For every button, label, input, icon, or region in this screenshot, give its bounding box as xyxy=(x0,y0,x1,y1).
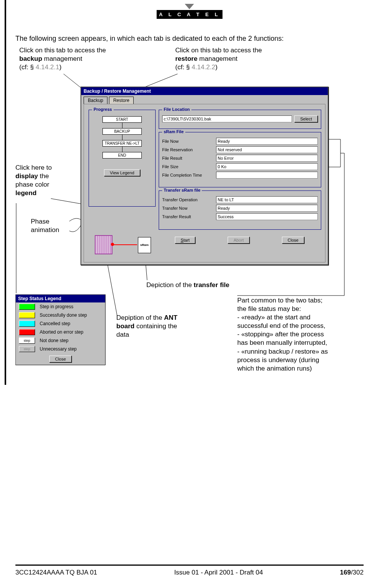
sram-file-fieldset: sRam File File NowReady File Reservation… xyxy=(159,132,321,187)
close-button[interactable]: Close xyxy=(282,237,304,244)
swatch-white-icon: step xyxy=(19,337,35,344)
bottom-buttons: Start Abort Close xyxy=(159,237,320,244)
logo-text: A L C A T E L xyxy=(157,10,223,19)
file-now-label: File Now xyxy=(162,139,216,144)
legend-cyan-label: Cancelled step xyxy=(40,321,70,326)
legend-close-button[interactable]: Close xyxy=(49,356,72,362)
file-reservation-label: File Reservation xyxy=(162,147,216,152)
legend-yellow-label: Successfully done step xyxy=(40,312,87,318)
tab-backup[interactable]: Backup xyxy=(84,97,107,104)
legend-grey-label: Unnecessary step xyxy=(40,346,77,352)
tab-restore[interactable]: Restore xyxy=(109,97,134,104)
transfer-result-label: Transfer Result xyxy=(162,214,216,219)
legend-white-label: Not done step xyxy=(40,338,69,343)
step-start: START xyxy=(102,116,142,123)
tab-panel: Progress START BACKUP TRANSFER NE->LT EN… xyxy=(84,104,325,262)
sram-file-icon: sRam xyxy=(138,237,151,253)
progress-fieldset: Progress START BACKUP TRANSFER NE->LT EN… xyxy=(89,110,156,207)
file-completion-label: File Completion Time xyxy=(162,173,216,177)
annotation-common-part: Part common to the two tabs; the file st… xyxy=(237,296,337,373)
logo-arrow-icon xyxy=(185,4,194,9)
legend-red-label: Aborted on error step xyxy=(40,329,83,335)
logo: A L C A T E L xyxy=(157,4,223,19)
footer-page: 169/302 xyxy=(340,569,364,576)
ant-board-icon xyxy=(95,235,112,254)
file-now-value: Ready xyxy=(216,138,318,145)
legend-green-label: Step in progress xyxy=(40,304,73,309)
annotation-transfer-file: Depiction of the transfer file xyxy=(146,281,229,289)
file-reservation-value: Not reserved xyxy=(216,146,318,153)
transfer-sram-fieldset: Transfer sRam file Transfer OperationNE … xyxy=(159,190,321,230)
transfer-now-value: Ready xyxy=(216,205,318,212)
step-backup: BACKUP xyxy=(102,128,142,135)
view-legend-button[interactable]: View Legend xyxy=(104,169,140,176)
file-path-input[interactable]: c:\7390LT\SV230301.bak xyxy=(162,115,292,122)
transfer-line-icon xyxy=(112,244,137,245)
annotation-backup-tab: Click on this tab to access the backup m… xyxy=(19,46,119,72)
tabstrip: Backup Restore xyxy=(81,95,328,104)
swatch-green-icon xyxy=(19,304,35,310)
transfer-operation-label: Transfer Operation xyxy=(162,197,216,202)
transfer-sram-legend: Transfer sRam file xyxy=(162,188,202,192)
file-size-label: File Size xyxy=(162,164,216,169)
file-result-label: File Result xyxy=(162,156,216,160)
step-transfer: TRANSFER NE->LT xyxy=(102,140,142,147)
annotation-ant-board: Depiption of the ANT board containing th… xyxy=(116,314,193,339)
swatch-cyan-icon xyxy=(19,321,35,327)
file-location-legend: File Location xyxy=(162,107,191,112)
swatch-red-icon xyxy=(19,329,35,335)
abort-button[interactable]: Abort xyxy=(228,237,249,244)
file-size-value: 0 Ko xyxy=(216,163,318,170)
legend-window-title: Step Status Legend xyxy=(16,295,105,302)
annotation-phase-animation: Phase animation xyxy=(31,217,59,234)
swatch-yellow-icon xyxy=(19,312,35,318)
step-end: END xyxy=(102,152,142,159)
footer-doc-id: 3CC12424AAAA TQ BJA 01 xyxy=(15,569,97,576)
swatch-grey-icon: step xyxy=(19,346,35,352)
step-status-legend-window: Step Status Legend Step in progress Succ… xyxy=(15,294,106,365)
intro-text: The following screen appears, in which e… xyxy=(15,35,283,43)
transfer-now-label: Transfer Now xyxy=(162,206,216,210)
transfer-operation-value: NE to LT xyxy=(216,196,318,203)
page-footer: 3CC12424AAAA TQ BJA 01 Issue 01 - April … xyxy=(15,565,364,576)
annotation-legend: Click here to display the phase color le… xyxy=(15,164,73,197)
select-button[interactable]: Select xyxy=(294,115,318,122)
window-title: Backup / Restore Management xyxy=(81,87,328,95)
file-completion-value xyxy=(216,172,318,179)
file-location-fieldset: File Location c:\7390LT\SV230301.bak Sel… xyxy=(159,110,321,129)
page-margin-bar xyxy=(5,0,6,385)
footer-issue: Issue 01 - April 2001 - Draft 04 xyxy=(174,569,263,576)
transfer-result-value: Success xyxy=(216,213,318,220)
file-result-value: No Error xyxy=(216,155,318,162)
progress-legend: Progress xyxy=(92,107,114,112)
start-button[interactable]: Start xyxy=(175,237,195,244)
backup-restore-window: Backup / Restore Management Backup Resto… xyxy=(80,87,329,265)
annotation-restore-tab: Click on this tab to access the restore … xyxy=(175,46,275,72)
sram-file-legend: sRam File xyxy=(162,129,185,134)
